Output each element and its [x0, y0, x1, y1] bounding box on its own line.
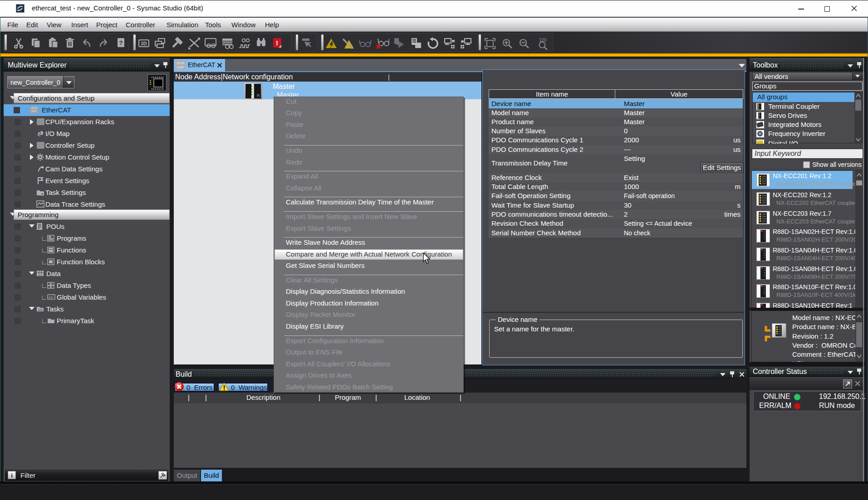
svg-text:3D: 3D: [141, 41, 147, 46]
svg-text:?: ?: [119, 39, 123, 46]
svg-text:!: !: [276, 39, 278, 47]
svg-text:100: 100: [539, 38, 547, 43]
svg-text:var: var: [49, 296, 53, 299]
